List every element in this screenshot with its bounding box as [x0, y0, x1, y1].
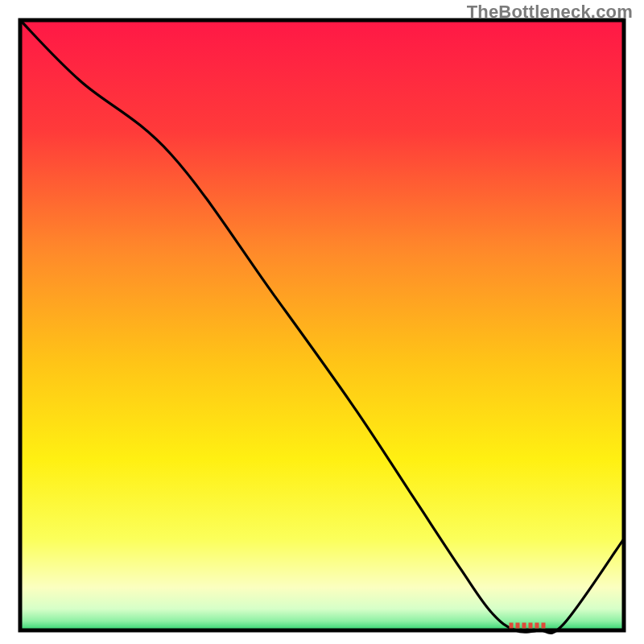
- watermark-label: TheBottleneck.com: [467, 2, 633, 23]
- plot-background: [20, 20, 624, 630]
- bottleneck-chart: [0, 0, 644, 644]
- chart-container: TheBottleneck.com: [0, 0, 644, 644]
